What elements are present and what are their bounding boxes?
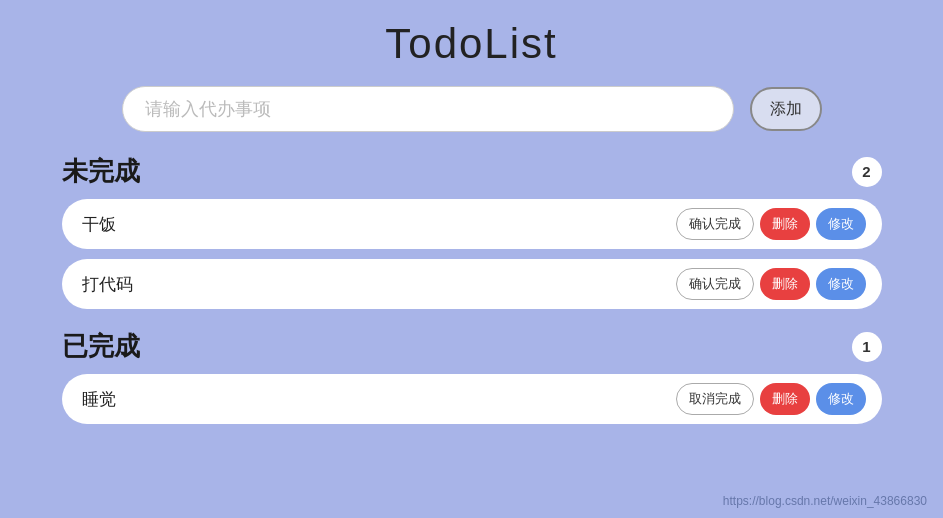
- add-button[interactable]: 添加: [750, 87, 822, 131]
- edit-button-sleep[interactable]: 修改: [816, 383, 866, 415]
- input-row: 添加: [122, 86, 822, 132]
- app-title: TodoList: [385, 20, 557, 68]
- complete-count: 1: [852, 332, 882, 362]
- footer-link: https://blog.csdn.net/weixin_43866830: [723, 494, 927, 508]
- todo-actions-ganfan: 确认完成 删除 修改: [676, 208, 866, 240]
- todo-text-ganfan: 干饭: [82, 213, 676, 236]
- delete-button-code[interactable]: 删除: [760, 268, 810, 300]
- incomplete-count: 2: [852, 157, 882, 187]
- complete-section: 已完成 1 睡觉 取消完成 删除 修改: [62, 329, 882, 434]
- delete-button-ganfan[interactable]: 删除: [760, 208, 810, 240]
- edit-button-code[interactable]: 修改: [816, 268, 866, 300]
- todo-actions-sleep: 取消完成 删除 修改: [676, 383, 866, 415]
- complete-title: 已完成: [62, 329, 140, 364]
- incomplete-section-header: 未完成 2: [62, 154, 882, 189]
- complete-section-header: 已完成 1: [62, 329, 882, 364]
- todo-text-code: 打代码: [82, 273, 676, 296]
- delete-button-sleep[interactable]: 删除: [760, 383, 810, 415]
- confirm-button-ganfan[interactable]: 确认完成: [676, 208, 754, 240]
- incomplete-title: 未完成: [62, 154, 140, 189]
- todo-input[interactable]: [122, 86, 734, 132]
- todo-item-code: 打代码 确认完成 删除 修改: [62, 259, 882, 309]
- todo-actions-code: 确认完成 删除 修改: [676, 268, 866, 300]
- cancel-button-sleep[interactable]: 取消完成: [676, 383, 754, 415]
- confirm-button-code[interactable]: 确认完成: [676, 268, 754, 300]
- todo-item-sleep: 睡觉 取消完成 删除 修改: [62, 374, 882, 424]
- edit-button-ganfan[interactable]: 修改: [816, 208, 866, 240]
- incomplete-section: 未完成 2 干饭 确认完成 删除 修改 打代码 确认完成 删除 修改: [62, 154, 882, 319]
- todo-text-sleep: 睡觉: [82, 388, 676, 411]
- todo-item-ganfan: 干饭 确认完成 删除 修改: [62, 199, 882, 249]
